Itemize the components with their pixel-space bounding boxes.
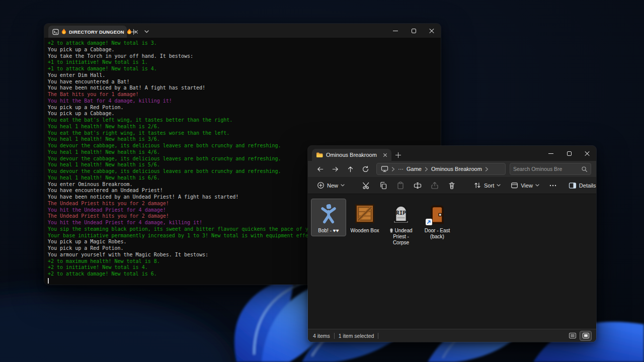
explorer-file-list[interactable]: Bob! - ♥♥ Wooden Box: [308, 195, 596, 329]
tab-dropdown-button[interactable]: [140, 26, 153, 38]
more-options-button[interactable]: [545, 179, 560, 192]
chevron-down-icon: [535, 184, 539, 187]
person-icon: [317, 203, 340, 225]
terminal-tab-title: DIRECTORY DUNGEON: [69, 29, 124, 35]
large-icons-view-toggle[interactable]: [580, 331, 591, 340]
svg-text:RIP: RIP: [396, 210, 406, 216]
new-tab-button[interactable]: [391, 149, 405, 161]
sort-icon: [473, 182, 481, 189]
terminal-line: You eat the bat's right wing, it tastes …: [48, 130, 441, 137]
chevron-down-icon: [341, 184, 345, 187]
file-item-label: Wooden Box: [350, 228, 379, 234]
chevron-down-icon: [144, 30, 149, 33]
delete-button[interactable]: [444, 179, 459, 192]
terminal-line: You have encountered a Bat!: [48, 79, 441, 85]
breadcrumb-ellipsis[interactable]: ···: [398, 166, 404, 172]
close-button[interactable]: [423, 24, 441, 38]
breadcrumb-segment-current[interactable]: Ominous Breakroom: [431, 166, 482, 172]
list-view-icon: [569, 333, 576, 338]
terminal-line: You heal 1 health! New health is 3/6.: [48, 136, 441, 143]
plus-icon: [131, 29, 136, 35]
refresh-button[interactable]: [358, 162, 372, 175]
paste-icon: [396, 182, 405, 190]
view-button[interactable]: View: [507, 179, 543, 192]
search-icon: [581, 166, 588, 172]
tab-close-icon[interactable]: [383, 153, 387, 157]
folder-icon: [316, 152, 323, 158]
breadcrumb-segment-game[interactable]: Game: [407, 166, 422, 172]
breadcrumb-chevron-icon: [425, 167, 428, 171]
file-item-door-east[interactable]: Door - East (back): [420, 199, 455, 242]
large-icons-view-icon: [583, 333, 589, 338]
status-divider: [334, 333, 335, 339]
forward-icon: [332, 165, 339, 173]
close-icon: [429, 28, 434, 33]
maximize-button[interactable]: [405, 24, 423, 38]
terminal-app-icon: [52, 29, 59, 35]
cut-icon: [362, 182, 370, 190]
up-icon: [347, 165, 354, 173]
rename-icon: [414, 182, 422, 190]
new-icon: [317, 182, 325, 189]
address-bar[interactable]: ··· Game Ominous Breakroom: [376, 163, 506, 175]
close-button[interactable]: [578, 146, 596, 161]
view-button-label: View: [521, 183, 533, 189]
terminal-line: +1 to attack damage! New total is 4.: [48, 66, 441, 72]
new-button-label: New: [327, 183, 338, 189]
sort-button[interactable]: Sort: [469, 179, 505, 192]
file-explorer-window: Ominous Breakroom ··· Game: [308, 146, 596, 342]
back-button[interactable]: [313, 162, 327, 175]
terminal-line: +1 to initiative! New total is 1.: [48, 59, 441, 66]
up-button[interactable]: [343, 162, 357, 175]
minimize-icon: [548, 153, 553, 154]
refresh-icon: [362, 165, 369, 173]
maximize-icon: [412, 29, 416, 33]
tombstone-icon: RIP: [390, 203, 412, 225]
search-input[interactable]: [513, 166, 581, 172]
file-item-label: Door - East (back): [421, 228, 453, 240]
copy-button[interactable]: [376, 179, 391, 192]
selected-count: 1 item selected: [339, 333, 374, 339]
explorer-titlebar[interactable]: Ominous Breakroom: [308, 146, 596, 161]
minimize-button[interactable]: [542, 146, 560, 161]
maximize-button[interactable]: [560, 146, 578, 161]
details-pane-button[interactable]: Details: [565, 179, 600, 192]
details-pane-icon: [569, 182, 577, 189]
share-button[interactable]: [427, 179, 442, 192]
chevron-down-icon: [497, 184, 501, 187]
new-button[interactable]: New: [313, 179, 349, 192]
minimize-icon: [393, 31, 398, 31]
explorer-tab-title: Ominous Breakroom: [326, 152, 377, 158]
terminal-cursor: [48, 278, 49, 284]
explorer-command-bar: New Sort View: [308, 177, 596, 194]
terminal-line: The Bat hits you for 1 damage!: [48, 92, 441, 98]
file-item-bob[interactable]: Bob! - ♥♥: [311, 199, 346, 236]
explorer-status-bar: 4 items 1 item selected: [308, 329, 596, 342]
terminal-line: You pick up a Red Potion.: [48, 105, 441, 111]
forward-button[interactable]: [328, 162, 342, 175]
search-box[interactable]: [510, 163, 591, 175]
rename-button[interactable]: [410, 179, 425, 192]
more-options-icon: [549, 182, 557, 190]
terminal-line: You pick up a Cabbage.: [48, 47, 441, 53]
file-item-wooden-box[interactable]: Wooden Box: [347, 199, 382, 236]
paste-button[interactable]: [393, 179, 408, 192]
explorer-navbar: ··· Game Ominous Breakroom: [308, 161, 596, 177]
breadcrumb-chevron-icon: [391, 167, 395, 171]
sort-button-label: Sort: [484, 183, 494, 189]
terminal-line: You have been noticed by a Bat! A fight …: [48, 85, 441, 92]
details-view-toggle[interactable]: [567, 331, 578, 340]
file-item-undead-priest-corpse[interactable]: RIP Undead Priest - Corpse: [383, 199, 419, 248]
cut-button[interactable]: [359, 179, 374, 192]
terminal-titlebar[interactable]: DIRECTORY DUNGEON: [44, 24, 441, 38]
explorer-tab[interactable]: Ominous Breakroom: [312, 149, 391, 161]
terminal-line: You eat the bat's left wing, it tastes b…: [48, 117, 441, 124]
terminal-line: +2 to attack damage! New total is 3.: [48, 40, 441, 47]
this-pc-icon: [381, 165, 388, 172]
terminal-tab[interactable]: DIRECTORY DUNGEON: [48, 26, 127, 38]
breadcrumb-chevron-icon: [485, 167, 489, 171]
minimize-button[interactable]: [386, 24, 405, 38]
plus-icon: [395, 152, 401, 158]
back-icon: [316, 165, 324, 173]
terminal-line: You heal 1 health! New health is 2/6.: [48, 124, 441, 130]
